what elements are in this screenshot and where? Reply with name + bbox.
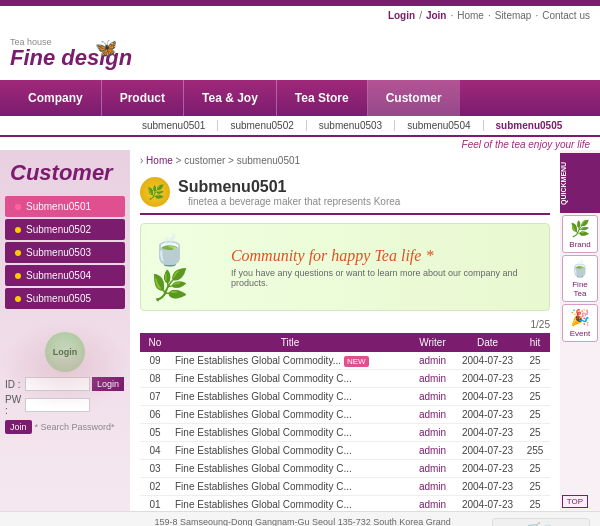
- contact-link[interactable]: Contact us: [542, 10, 590, 21]
- brand-icon: 🌿: [570, 219, 590, 238]
- join-button[interactable]: Join: [5, 420, 32, 434]
- row-hit: 25: [520, 370, 550, 388]
- row-title[interactable]: Fine Establishes Global Commodity C...: [170, 370, 410, 388]
- quick-item-event[interactable]: 🎉 Event: [562, 304, 598, 342]
- row-title[interactable]: Fine Establishes Global Commodity C...: [170, 424, 410, 442]
- row-no: 08: [140, 370, 170, 388]
- table-row[interactable]: 07 Fine Establishes Global Commodity C..…: [140, 388, 550, 406]
- row-writer: admin: [410, 406, 455, 424]
- nav-item-company[interactable]: Company: [10, 80, 102, 116]
- top-button[interactable]: TOP: [562, 495, 588, 508]
- row-title[interactable]: Fine Establishes Global Commodity C...: [170, 460, 410, 478]
- table-row[interactable]: 04 Fine Establishes Global Commodity C..…: [140, 442, 550, 460]
- row-title[interactable]: Fine Establishes Global Commodity C...: [170, 442, 410, 460]
- table-row[interactable]: 05 Fine Establishes Global Commodity C..…: [140, 424, 550, 442]
- sub-nav-item-0505[interactable]: submenu0505: [484, 120, 575, 131]
- row-title[interactable]: Fine Establishes Global Commodity...NEW: [170, 352, 410, 370]
- table-row[interactable]: 02 Fine Establishes Global Commodity C..…: [140, 478, 550, 496]
- dot-icon-0502: [15, 227, 21, 233]
- row-writer: admin: [410, 388, 455, 406]
- sub-nav-item-0504[interactable]: submenu0504: [395, 120, 483, 131]
- nav-item-product[interactable]: Product: [102, 80, 184, 116]
- quick-item-finetea[interactable]: 🍵 Fine Tea: [562, 255, 598, 302]
- table-row[interactable]: 01 Fine Establishes Global Commodity C..…: [140, 496, 550, 512]
- posts-table: No Title Writer Date hit 09 Fine Establi…: [140, 333, 550, 511]
- quick-item-brand[interactable]: 🌿 Brand: [562, 215, 598, 253]
- home-link[interactable]: Home: [457, 10, 484, 21]
- community-title: Community for happy Tea life *: [231, 247, 539, 265]
- finetea-icon: 🍵: [570, 259, 590, 278]
- sidebar-item-submenu0501[interactable]: Submenu0501: [5, 196, 125, 217]
- finetea-label: Fine Tea: [565, 280, 595, 298]
- sidebar-menu: Submenu0501 Submenu0502 Submenu0503 Subm…: [0, 196, 130, 309]
- event-label: Event: [570, 329, 590, 338]
- row-no: 09: [140, 352, 170, 370]
- row-hit: 25: [520, 406, 550, 424]
- sub-nav-item-0501[interactable]: submenu0501: [130, 120, 218, 131]
- search-password-link[interactable]: * Search Password*: [35, 422, 115, 432]
- join-search-row: Join * Search Password*: [5, 420, 125, 434]
- community-description: If you have any questions or want to lea…: [231, 268, 539, 288]
- nav-item-teajoy[interactable]: Tea & Joy: [184, 80, 277, 116]
- table-row[interactable]: 03 Fine Establishes Global Commodity C..…: [140, 460, 550, 478]
- row-no: 07: [140, 388, 170, 406]
- event-icon: 🎉: [570, 308, 590, 327]
- login-link[interactable]: Login: [388, 10, 415, 21]
- page-count: 1/25: [140, 319, 550, 330]
- row-hit: 25: [520, 352, 550, 370]
- row-writer: admin: [410, 460, 455, 478]
- section-header: 🌿 Submenu0501 finetea a beverage maker t…: [140, 171, 550, 215]
- tagline: Feel of the tea enjoy your life: [0, 137, 600, 150]
- breadcrumb: › Home > customer > submenu0501: [140, 155, 550, 166]
- sidebar-title: Customer: [0, 155, 130, 191]
- row-hit: 25: [520, 478, 550, 496]
- content-wrapper: Customer Submenu0501 Submenu0502 Submenu…: [0, 150, 600, 511]
- new-badge: NEW: [344, 356, 369, 367]
- table-row[interactable]: 06 Fine Establishes Global Commodity C..…: [140, 406, 550, 424]
- row-title[interactable]: Fine Establishes Global Commodity C...: [170, 478, 410, 496]
- row-writer: admin: [410, 496, 455, 512]
- sidebar: Customer Submenu0501 Submenu0502 Submenu…: [0, 150, 130, 511]
- sub-nav-item-0503[interactable]: submenu0503: [307, 120, 395, 131]
- sidebar-item-submenu0503[interactable]: Submenu0503: [5, 242, 125, 263]
- row-date: 2004-07-23: [455, 406, 520, 424]
- sidebar-item-submenu0504[interactable]: Submenu0504: [5, 265, 125, 286]
- breadcrumb-current: submenu0501: [237, 155, 300, 166]
- sidebar-item-submenu0502[interactable]: Submenu0502: [5, 219, 125, 240]
- footer: Policy | Useguide | E-mail 159-8 Samseou…: [0, 511, 600, 526]
- section-title: Submenu0501: [178, 178, 400, 196]
- row-title[interactable]: Fine Establishes Global Commodity C...: [170, 496, 410, 512]
- footer-shop: 🛒🍵 Online Shopping Go ▶: [492, 518, 590, 526]
- breadcrumb-home[interactable]: Home: [146, 155, 173, 166]
- butterfly-icon: 🦋: [95, 37, 117, 59]
- sidebar-item-submenu0505[interactable]: Submenu0505: [5, 288, 125, 309]
- row-date: 2004-07-23: [455, 352, 520, 370]
- row-date: 2004-07-23: [455, 388, 520, 406]
- row-no: 05: [140, 424, 170, 442]
- row-title[interactable]: Fine Establishes Global Commodity C...: [170, 406, 410, 424]
- dot-icon-0503: [15, 250, 21, 256]
- sidebar-bg: [0, 321, 130, 411]
- sitemap-link[interactable]: Sitemap: [495, 10, 532, 21]
- dot-icon-0504: [15, 273, 21, 279]
- nav-item-teastore[interactable]: Tea Store: [277, 80, 368, 116]
- row-title[interactable]: Fine Establishes Global Commodity C...: [170, 388, 410, 406]
- row-date: 2004-07-23: [455, 424, 520, 442]
- footer-info: 159-8 Samseoung-Dong Gangnam-Gu Seoul 13…: [145, 516, 492, 526]
- row-writer: admin: [410, 478, 455, 496]
- row-no: 01: [140, 496, 170, 512]
- table-row[interactable]: 09 Fine Establishes Global Commodity...N…: [140, 352, 550, 370]
- main-nav: Company Product Tea & Joy Tea Store Cust…: [0, 80, 600, 116]
- row-hit: 255: [520, 442, 550, 460]
- header: Tea house Fine design 🦋 🌻: [0, 25, 600, 80]
- col-writer: Writer: [410, 333, 455, 352]
- join-link[interactable]: Join: [426, 10, 447, 21]
- table-row[interactable]: 08 Fine Establishes Global Commodity C..…: [140, 370, 550, 388]
- row-hit: 25: [520, 460, 550, 478]
- sub-nav-item-0502[interactable]: submenu0502: [218, 120, 306, 131]
- footer-address: 159-8 Samseoung-Dong Gangnam-Gu Seoul 13…: [155, 516, 492, 526]
- col-no: No: [140, 333, 170, 352]
- nav-item-customer[interactable]: Customer: [368, 80, 460, 116]
- quick-menu-title: QUICKMENU: [560, 153, 600, 213]
- row-writer: admin: [410, 352, 455, 370]
